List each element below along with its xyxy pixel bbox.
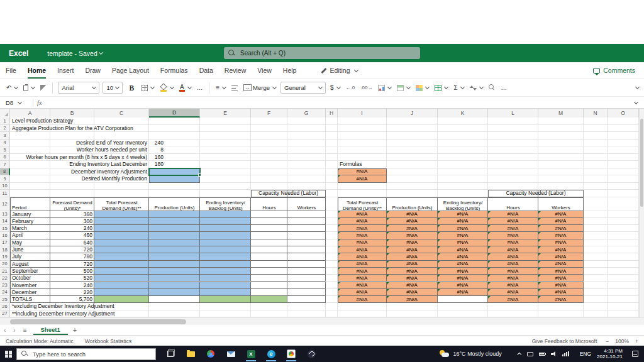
document-title[interactable]: template - Saved [47, 50, 97, 57]
cell-O6[interactable] [608, 154, 639, 162]
cell-L18[interactable]: #N/A [488, 246, 538, 253]
cell-E26[interactable] [200, 303, 251, 310]
cell-H10[interactable] [326, 183, 338, 190]
cell-K15[interactable]: #N/A [438, 225, 488, 232]
taskbar-clock[interactable]: 4:31 PM 2021-10-21 [597, 348, 623, 360]
cell-B10[interactable] [50, 183, 94, 190]
cell-E5[interactable] [200, 146, 251, 154]
cell-L5[interactable] [488, 146, 538, 154]
cell-K11[interactable] [438, 190, 488, 197]
cell-A27[interactable] [10, 310, 50, 317]
cell-G10[interactable] [287, 183, 326, 190]
row-header-8[interactable]: 8 [0, 168, 10, 176]
cell-D6[interactable] [149, 154, 200, 162]
cell-J11[interactable] [387, 190, 438, 197]
mail-icon-button[interactable] [224, 346, 238, 361]
cell-I7[interactable] [338, 161, 387, 168]
cell-C22[interactable] [94, 275, 149, 282]
cell-F14[interactable] [251, 218, 287, 225]
cell-N23[interactable] [584, 282, 608, 289]
cell-A21[interactable] [10, 268, 50, 275]
cell-F5[interactable] [251, 146, 287, 154]
row-header-3[interactable]: 3 [0, 132, 10, 140]
sheet-tab-sheet1[interactable]: Sheet1 [33, 325, 68, 335]
font-color-button[interactable]: A [178, 83, 192, 93]
column-header-B[interactable]: B [50, 109, 94, 118]
cell-H8[interactable] [326, 168, 338, 176]
row-header-20[interactable]: 20 [0, 261, 10, 268]
cell-I1[interactable] [338, 118, 387, 125]
cell-K8[interactable] [438, 168, 488, 176]
cell-H19[interactable] [326, 253, 338, 260]
cell-M16[interactable]: #N/A [538, 232, 584, 239]
cell-M10[interactable] [538, 183, 584, 190]
cell-J6[interactable] [387, 154, 438, 162]
cell-B19[interactable] [50, 253, 94, 260]
tab-draw[interactable]: Draw [79, 62, 106, 79]
cell-B13[interactable] [50, 211, 94, 218]
row-header-17[interactable]: 17 [0, 239, 10, 246]
taskbar-search-input[interactable]: Type here to search [16, 348, 156, 360]
column-header-H[interactable]: H [326, 109, 338, 118]
cell-E22[interactable] [200, 275, 251, 282]
cell-I23[interactable]: #N/A [338, 282, 387, 289]
row-header-2[interactable]: 2 [0, 125, 10, 133]
cell-G20[interactable] [287, 261, 326, 268]
cell-K12[interactable] [438, 197, 488, 211]
search-bar[interactable]: Search (Alt + Q) [224, 47, 420, 59]
cell-O1[interactable] [608, 118, 639, 125]
row-header-16[interactable]: 16 [0, 232, 10, 239]
cell-C7[interactable] [94, 161, 149, 168]
cell-D23[interactable] [149, 282, 200, 289]
cell-N16[interactable] [584, 232, 608, 239]
cell-O17[interactable] [608, 239, 639, 246]
cell-F12[interactable] [251, 197, 287, 211]
cell-N14[interactable] [584, 218, 608, 225]
cell-D12[interactable] [149, 197, 200, 211]
cell-N6[interactable] [584, 154, 608, 162]
tab-formulas[interactable]: Formulas [155, 62, 194, 79]
row-header-27[interactable]: 27 [0, 310, 10, 317]
cell-G24[interactable] [287, 289, 326, 296]
cell-K6[interactable] [438, 154, 488, 162]
cell-O9[interactable] [608, 175, 639, 183]
cell-M2[interactable] [538, 125, 584, 133]
cell-styles-button[interactable] [414, 84, 430, 92]
cell-A26[interactable] [10, 303, 50, 310]
cell-L21[interactable]: #N/A [488, 268, 538, 275]
cell-D25[interactable] [149, 296, 200, 303]
workbook-statistics-button[interactable]: Workbook Statistics [85, 338, 131, 344]
cell-E15[interactable] [200, 225, 251, 232]
cell-M13[interactable]: #N/A [538, 211, 584, 218]
cell-M12[interactable] [538, 197, 584, 211]
cell-K7[interactable] [438, 161, 488, 168]
wrap-text-button[interactable] [230, 84, 239, 92]
cell-J2[interactable] [387, 125, 438, 133]
cell-G16[interactable] [287, 232, 326, 239]
cell-K13[interactable]: #N/A [438, 211, 488, 218]
cell-N5[interactable] [584, 146, 608, 154]
bold-button[interactable]: B [126, 84, 137, 92]
cell-C10[interactable] [94, 183, 149, 190]
cell-F25[interactable] [251, 296, 287, 303]
feedback-link[interactable]: Give Feedback to Microsoft [532, 338, 597, 344]
cell-J12[interactable] [387, 197, 438, 211]
cell-B14[interactable] [50, 218, 94, 225]
cell-L2[interactable] [488, 125, 538, 133]
row-header-13[interactable]: 13 [0, 211, 10, 218]
cell-O27[interactable] [608, 310, 639, 317]
cell-A14[interactable] [10, 218, 50, 225]
cell-G18[interactable] [287, 246, 326, 253]
tab-data[interactable]: Data [194, 62, 219, 79]
vertical-scrollbar[interactable] [639, 109, 644, 317]
cell-A8[interactable] [10, 168, 50, 176]
cell-H18[interactable] [326, 246, 338, 253]
cell-B15[interactable] [50, 225, 94, 232]
cell-E12[interactable] [200, 197, 251, 211]
cell-M19[interactable]: #N/A [538, 253, 584, 260]
cell-B20[interactable] [50, 261, 94, 268]
cell-D15[interactable] [149, 225, 200, 232]
cell-I17[interactable]: #N/A [338, 239, 387, 246]
chrome-profile-icon-button[interactable] [284, 346, 298, 361]
insert-cells-button[interactable] [433, 84, 449, 92]
